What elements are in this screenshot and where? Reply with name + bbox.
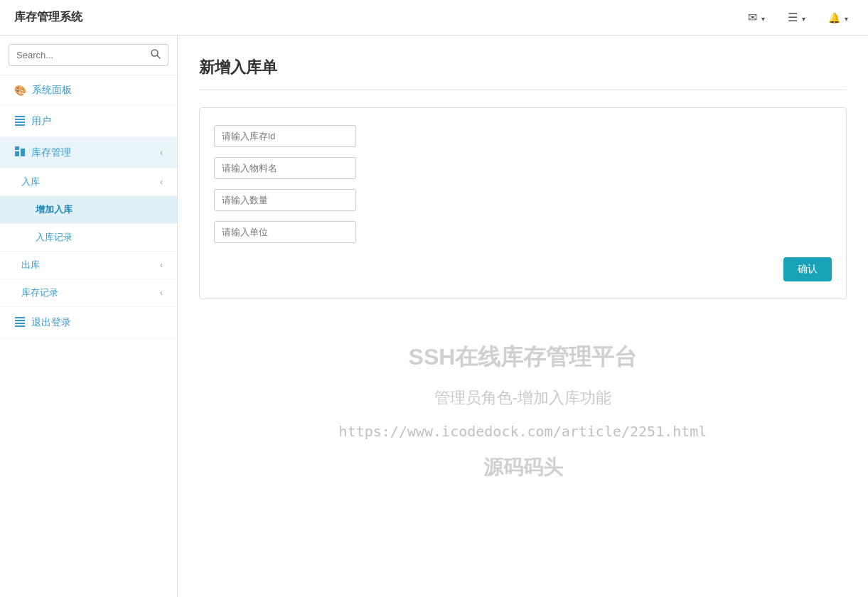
input-material-name[interactable] <box>214 157 356 179</box>
navbar-right <box>742 8 854 27</box>
nav-menu: 🎨 系统面板 用户 库存管理 ‹ <box>0 75 177 338</box>
sidebar-item-dashboard[interactable]: 🎨 系统面板 <box>0 75 177 106</box>
top-navbar: 库存管理系统 <box>0 0 868 36</box>
users-icon <box>14 114 26 128</box>
svg-rect-4 <box>15 122 25 123</box>
search-button[interactable] <box>144 44 168 66</box>
field-quantity <box>214 189 832 211</box>
sidebar-subitem-inbound[interactable]: 入库 ‹ <box>0 168 177 196</box>
watermark-subtitle: 管理员角色-增加入库功能 <box>199 387 847 409</box>
outbound-chevron: ‹ <box>160 260 163 270</box>
sidebar-subitem-stock-records[interactable]: 库存记录 ‹ <box>0 279 177 307</box>
sidebar-subitem-add-inbound[interactable]: 增加入库 <box>0 196 177 224</box>
bell-icon <box>828 12 840 23</box>
watermark-title: SSH在线库存管理平台 <box>199 342 847 373</box>
sidebar-item-logout-label: 退出登录 <box>31 316 71 329</box>
input-stock-id[interactable] <box>214 125 356 147</box>
app-title: 库存管理系统 <box>14 10 82 25</box>
svg-rect-3 <box>15 119 25 120</box>
main-content: 新增入库单 确认 SSH在线库存管理平台 管理员角色-增加入库功能 https:… <box>178 36 868 597</box>
bars-caret <box>800 12 805 23</box>
watermark-source: 源码码头 <box>199 454 847 481</box>
inbound-records-label: 入库记录 <box>36 232 73 242</box>
svg-rect-9 <box>15 317 25 318</box>
sidebar-subitem-inbound-records[interactable]: 入库记录 <box>0 224 177 252</box>
bell-caret <box>843 12 848 23</box>
svg-rect-7 <box>21 149 25 156</box>
logout-icon <box>14 316 26 329</box>
svg-rect-6 <box>15 151 19 156</box>
inventory-icon <box>14 146 26 159</box>
stock-records-chevron: ‹ <box>160 288 163 298</box>
svg-rect-12 <box>15 326 25 327</box>
watermark-area: SSH在线库存管理平台 管理员角色-增加入库功能 https://www.ico… <box>199 342 847 481</box>
field-unit <box>214 221 832 243</box>
envelope-icon <box>748 11 757 24</box>
svg-rect-2 <box>15 116 25 117</box>
svg-rect-8 <box>15 146 19 150</box>
confirm-button[interactable]: 确认 <box>783 257 832 281</box>
page-title: 新增入库单 <box>199 57 847 90</box>
add-inbound-label: 增加入库 <box>36 204 73 215</box>
inbound-label: 入库 <box>21 176 40 188</box>
sidebar-item-logout[interactable]: 退出登录 <box>0 307 177 338</box>
sidebar-subitem-outbound[interactable]: 出库 ‹ <box>0 252 177 279</box>
form-actions: 确认 <box>214 257 832 281</box>
sidebar-item-inventory[interactable]: 库存管理 ‹ <box>0 137 177 168</box>
svg-rect-11 <box>15 323 25 324</box>
envelope-caret <box>760 12 765 23</box>
watermark-url: https://www.icodedock.com/article/2251.h… <box>199 423 847 440</box>
input-unit[interactable] <box>214 221 356 243</box>
envelope-menu-btn[interactable] <box>742 8 771 27</box>
svg-rect-5 <box>15 124 25 126</box>
stock-records-label: 库存记录 <box>21 286 58 299</box>
sidebar-item-users-label: 用户 <box>31 115 51 128</box>
dashboard-icon: 🎨 <box>14 85 26 96</box>
search-input[interactable] <box>9 44 144 66</box>
field-stock-id <box>214 125 832 147</box>
layout: 🎨 系统面板 用户 库存管理 ‹ <box>0 36 868 597</box>
form-card: 确认 <box>199 107 847 299</box>
nav-submenu-inbound: 入库 ‹ 增加入库 入库记录 出库 ‹ 库存记录 ‹ <box>0 168 177 307</box>
bell-menu-btn[interactable] <box>823 9 854 26</box>
svg-line-1 <box>157 55 160 58</box>
bars-menu-btn[interactable] <box>782 8 811 27</box>
field-material-name <box>214 157 832 179</box>
sidebar-item-users[interactable]: 用户 <box>0 106 177 137</box>
bars-icon <box>788 11 798 24</box>
svg-rect-10 <box>15 320 25 321</box>
inventory-chevron: ‹ <box>160 148 163 158</box>
sidebar-item-dashboard-label: 系统面板 <box>32 84 72 97</box>
search-icon <box>151 49 161 59</box>
sidebar-item-inventory-label: 库存管理 <box>31 146 71 159</box>
inbound-chevron: ‹ <box>160 177 163 187</box>
sidebar: 🎨 系统面板 用户 库存管理 ‹ <box>0 36 178 597</box>
input-quantity[interactable] <box>214 189 356 211</box>
outbound-label: 出库 <box>21 259 40 271</box>
search-area <box>0 36 177 75</box>
